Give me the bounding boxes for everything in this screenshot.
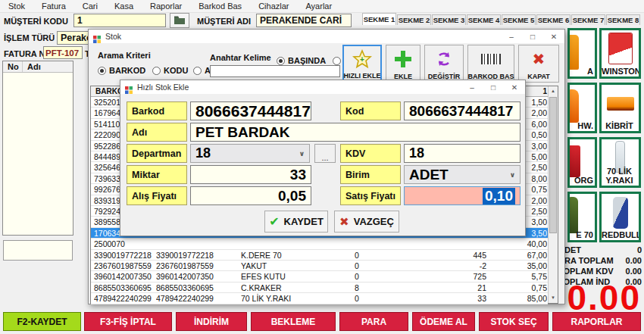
tab-sekme-6[interactable]: SEKME 6 <box>536 14 571 25</box>
svg-text:+: + <box>360 55 364 64</box>
stock-row[interactable]: 4789422240299478942224029970 LİK Y.RAKI0… <box>91 293 548 304</box>
satis-fiyati-input[interactable]: 0,10 <box>404 186 521 205</box>
action-bekleme[interactable]: BEKLEME <box>251 312 336 331</box>
departman-browse-button[interactable]: ... <box>314 144 336 163</box>
action-f2-kaydet[interactable]: F2-KAYDET <box>3 312 81 331</box>
tab-sekme-2[interactable]: SEKME 2 <box>397 14 431 25</box>
barkod-bas-button[interactable]: BARKOD BAS <box>467 45 514 83</box>
kaydet-button[interactable]: ✔ KAYDET <box>264 211 328 233</box>
menu-item-cari[interactable]: Cari <box>74 2 106 11</box>
action-raporlar[interactable]: RAPORLAR <box>552 312 641 331</box>
action--deme-al[interactable]: ÖDEME AL <box>412 312 475 331</box>
cell-col4: 0 <box>355 294 433 303</box>
scroll-down-icon[interactable]: ▼ <box>549 293 558 303</box>
minimize-icon[interactable]: – <box>461 80 483 94</box>
chevron-down-icon: ∨ <box>510 171 515 179</box>
product-cell-2[interactable]: KİBRİT <box>599 83 641 133</box>
menu-item-barkod-bas[interactable]: Barkod Bas <box>190 2 250 11</box>
tab-sekme-8[interactable]: SEKME 8 <box>606 14 640 25</box>
action-para[interactable]: PARA <box>339 312 408 331</box>
product-cell-partial-4[interactable]: E 70 <box>567 192 597 242</box>
menu-item-stok[interactable]: Stok <box>0 2 33 11</box>
cell-stok: 21 <box>438 283 486 292</box>
musteri-adi-label: MÜŞTERİ ADI <box>197 17 251 26</box>
menu-item-ayarlar[interactable]: Ayarlar <box>297 2 340 11</box>
tab-sekme-1[interactable]: SEKME 1 <box>362 13 396 25</box>
product-cell-partial-3[interactable]: ORG <box>567 137 597 188</box>
radio-barkod[interactable]: BARKOD <box>98 63 145 76</box>
arama-kriteri-label: Arama Kriteri <box>98 51 151 60</box>
product-cell-4[interactable]: REDBULL <box>599 192 641 242</box>
tab-sekme-5[interactable]: SEKME 5 <box>502 14 536 25</box>
stock-row[interactable]: 250007040,00 <box>91 239 548 249</box>
miktar-input[interactable]: 33 <box>190 165 311 184</box>
cell-stok: 33 <box>438 294 486 303</box>
menu-item-raporlar[interactable]: Raporlar <box>142 2 190 11</box>
customer-lookup-button[interactable] <box>170 13 189 28</box>
minimize-icon[interactable]: – <box>501 30 522 43</box>
cell-barkod: 3390019772218 <box>94 251 153 260</box>
scroll-thumb[interactable] <box>549 97 557 233</box>
table-scrollbar[interactable]: ▲ ▼ <box>548 86 558 303</box>
note-box[interactable] <box>3 240 73 261</box>
kdv-input[interactable]: 18 <box>404 144 521 163</box>
maximize-icon[interactable]: □ <box>483 80 504 94</box>
sale-grid-header: No Adı <box>3 61 73 73</box>
menu-item-fatura[interactable]: Fatura <box>33 2 74 11</box>
stok-titlebar[interactable]: Stok – □ ✕ <box>89 30 564 43</box>
stock-row[interactable]: 39601420073503960142007350EFES KUTU07255… <box>91 271 548 282</box>
kapat-button[interactable]: ✖ KAPAT <box>518 45 559 83</box>
tab-sekme-7[interactable]: SEKME 7 <box>571 14 605 25</box>
tab-strip: SEKME 1SEKME 2SEKME 3SEKME 4SEKME 5SEKME… <box>361 14 640 25</box>
tab-sekme-4[interactable]: SEKME 4 <box>467 14 501 25</box>
keyword-input[interactable] <box>210 65 340 77</box>
quick-add-window: Hızlı Stok Ekle – □ ✕ Barkod 80666374448… <box>120 80 526 236</box>
vazgec-button[interactable]: ✖ VAZGEÇ <box>334 211 399 233</box>
product-cell-partial-2[interactable]: HW. <box>567 83 597 133</box>
stock-row[interactable]: 33900197722183390019772218K.DERE 7004456… <box>91 250 548 261</box>
alis-fiyati-input[interactable]: 0,05 <box>190 186 311 205</box>
kod-label: Kod <box>340 101 401 120</box>
menu-item-cihazlar[interactable]: Cihazlar <box>250 2 297 11</box>
scroll-up-icon[interactable]: ▲ <box>549 86 558 96</box>
quick-add-titlebar[interactable]: Hızlı Stok Ekle – □ ✕ <box>120 80 525 94</box>
hizli-ekle-button[interactable]: + HIZLI EKLE <box>342 45 382 83</box>
barkod-input[interactable]: 8066637444817 <box>190 101 311 120</box>
degistir-button[interactable]: DEĞİŞTİR <box>424 45 464 83</box>
maximize-icon[interactable]: □ <box>522 30 543 43</box>
close-icon[interactable]: ✕ <box>504 80 525 94</box>
satis-fiyati-label: Satış Fiyatı <box>340 186 401 205</box>
stock-row[interactable]: 23676019875592367601987559YAKUT0-235,00 <box>91 261 548 271</box>
adi-label: Adı <box>127 123 187 142</box>
musteri-kodu-input[interactable]: 1 <box>73 14 166 27</box>
product-cell-partial-1[interactable]: A <box>567 28 597 79</box>
birim-dropdown[interactable]: ADET∨ <box>404 165 521 184</box>
anahtar-kelime-label: Anahtar Kelime <box>210 53 271 62</box>
cell-adi: YAKUT <box>241 261 352 270</box>
kod-input[interactable]: 8066637444817 <box>404 101 521 120</box>
product-image <box>567 89 579 123</box>
cell-adi: EFES KUTU <box>241 272 352 281</box>
action-f3-fi-i-ptal[interactable]: F3-FİŞ İPTAL <box>84 312 172 331</box>
tab-sekme-3[interactable]: SEKME 3 <box>432 14 466 25</box>
radio-kodu[interactable]: KODU <box>152 63 188 76</box>
adi-input[interactable]: PET BARDAK <box>190 123 521 142</box>
product-image <box>567 35 579 70</box>
close-icon[interactable]: ✕ <box>543 30 564 43</box>
radio-dot <box>277 57 285 65</box>
stock-row[interactable]: 86855033606958685503360695C.KRAKER8210,7… <box>91 282 548 293</box>
departman-dropdown[interactable]: 18∨ <box>190 144 310 163</box>
fatura-no-field: PFT-107 <box>43 46 83 59</box>
product-cell-1[interactable]: WINSTON <box>599 28 641 79</box>
ekle-button[interactable]: EKLE <box>386 45 420 83</box>
menu-item-kasa[interactable]: Kasa <box>106 2 142 11</box>
total-label: ARA TOPLAM <box>558 256 614 265</box>
action-i-ndi-ri-m[interactable]: İNDİRİM <box>176 312 247 331</box>
total-row: TOPLAM KDV0.00 <box>558 266 642 276</box>
cell-kod: 3960142007350 <box>156 272 236 281</box>
cell-adi: C.KRAKER <box>241 283 352 292</box>
product-label: WINSTON <box>602 67 637 76</box>
action-stok-se-[interactable]: STOK SEÇ <box>479 312 549 331</box>
product-cell-3[interactable]: 70 LİK Y.RAKI <box>599 137 641 188</box>
sale-items-grid[interactable]: No Adı <box>2 61 73 236</box>
